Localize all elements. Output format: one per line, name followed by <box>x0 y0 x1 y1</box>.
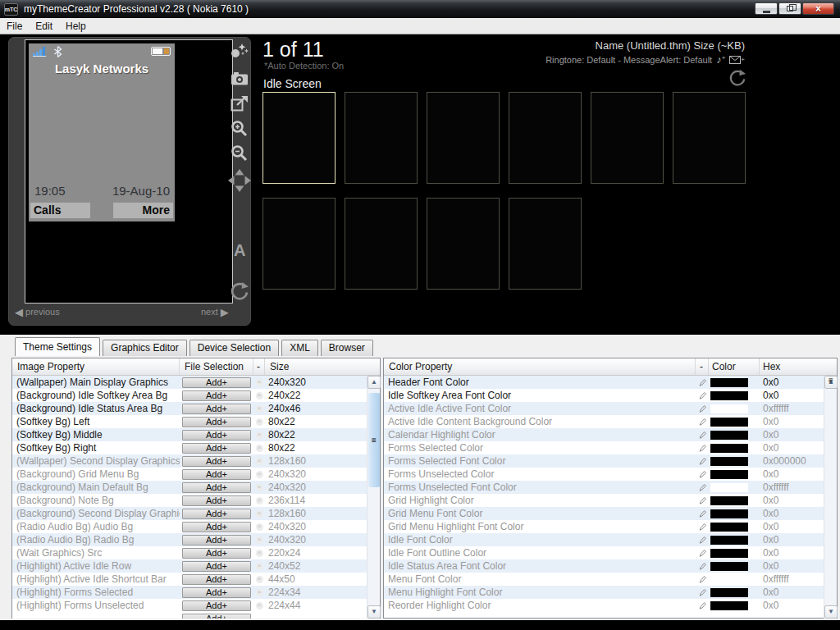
col-image-property[interactable]: Image Property <box>12 358 180 375</box>
pen-icon[interactable] <box>698 418 707 427</box>
pen-icon[interactable] <box>698 601 707 610</box>
pen-icon[interactable] <box>698 549 707 558</box>
add-file-button[interactable]: Add+ <box>182 456 251 467</box>
scrollbar-thumb[interactable]: ≡ <box>825 376 837 385</box>
add-file-button[interactable]: Add+ <box>182 522 251 532</box>
add-file-button[interactable]: Add+ <box>182 404 251 414</box>
add-file-button[interactable]: Add+ <box>182 574 251 585</box>
remove-icon[interactable]: × <box>256 418 263 426</box>
col-size[interactable]: Size <box>265 358 380 375</box>
remove-icon[interactable]: × <box>256 392 263 399</box>
remove-icon[interactable]: × <box>256 497 263 504</box>
remove-icon[interactable]: × <box>256 405 263 413</box>
ringtone-icon[interactable]: ♪+ <box>716 53 725 66</box>
pen-icon[interactable] <box>698 575 707 584</box>
zoom-out-icon[interactable] <box>231 144 248 162</box>
tab-device-selection[interactable]: Device Selection <box>189 340 279 356</box>
screen-thumbnail[interactable] <box>345 92 418 184</box>
add-file-button[interactable]: Add+ <box>182 561 251 572</box>
softkey-right[interactable]: More <box>113 203 173 218</box>
pen-icon[interactable] <box>698 404 707 413</box>
remove-icon[interactable]: × <box>256 523 263 531</box>
screen-thumbnail[interactable] <box>509 198 582 290</box>
pen-icon[interactable] <box>698 536 707 545</box>
screen-thumbnail[interactable] <box>262 198 336 290</box>
image-table-row[interactable]: (Radio Audio Bg) Audio BgAdd+×240x320 <box>12 520 367 533</box>
remove-icon[interactable]: × <box>256 550 263 557</box>
screen-thumbnail[interactable] <box>591 92 664 184</box>
color-swatch[interactable] <box>710 470 748 479</box>
color-table-row[interactable]: Forms Unselected Color0x0 <box>384 468 824 481</box>
image-table-row[interactable]: (Background) Note BgAdd+×236x114 <box>12 494 367 507</box>
image-table-row[interactable]: (Background) Main Default BgAdd+×240x320 <box>12 481 367 494</box>
scrollbar-thumb[interactable]: ≡ <box>368 393 380 487</box>
image-table-row[interactable]: (Background) Second Display GraphicsAdd+… <box>12 507 367 520</box>
refresh-icon[interactable] <box>230 281 249 301</box>
pen-icon[interactable] <box>698 483 707 492</box>
camera-icon[interactable] <box>231 71 249 85</box>
color-swatch[interactable] <box>710 418 748 427</box>
color-table-row[interactable]: Active Idle Active Font Color0xffffff <box>384 402 824 415</box>
menu-help[interactable]: Help <box>59 19 93 34</box>
color-swatch[interactable] <box>710 509 748 518</box>
move-icon[interactable] <box>228 169 251 192</box>
col-color[interactable]: Color <box>709 358 760 375</box>
remove-icon[interactable]: × <box>256 536 263 544</box>
add-file-button[interactable]: Add+ <box>182 548 251 559</box>
remove-icon[interactable]: × <box>256 458 263 465</box>
add-file-button[interactable]: Add+ <box>182 600 251 611</box>
col-color-property[interactable]: Color Property <box>384 358 696 375</box>
image-table-row[interactable]: (Softkey Bg) MiddleAdd+×80x22 <box>12 428 367 441</box>
menu-file[interactable]: File <box>0 19 29 34</box>
restore-button[interactable] <box>778 2 801 15</box>
col-dash[interactable]: - <box>253 358 265 375</box>
pen-icon[interactable] <box>698 588 707 597</box>
menu-edit[interactable]: Edit <box>29 19 59 34</box>
pen-icon[interactable] <box>698 457 707 466</box>
image-table-scrollbar[interactable]: ▲ ≡ ▼ <box>367 376 380 619</box>
image-table-row[interactable]: (Wallpaper) Second Display GraphicsAdd+×… <box>12 454 367 468</box>
color-swatch[interactable] <box>710 378 748 387</box>
color-swatch[interactable] <box>710 601 748 610</box>
add-file-button[interactable]: Add+ <box>182 535 251 546</box>
image-table-row[interactable]: (Highlight) Forms SelectedAdd+×224x34 <box>12 586 367 599</box>
color-table-scrollbar[interactable]: ▲ ≡ ▼ <box>824 376 837 619</box>
col-file-selection[interactable]: File Selection <box>180 358 253 375</box>
remove-icon[interactable]: × <box>256 602 263 609</box>
color-table-row[interactable]: Header Font Color0x0 <box>384 376 824 389</box>
color-table-row[interactable]: Active Idle Content Background Color0x0 <box>384 415 824 428</box>
add-file-button[interactable]: Add+ <box>182 417 251 427</box>
export-image-icon[interactable] <box>231 95 249 112</box>
remove-icon[interactable]: × <box>256 484 263 491</box>
remove-icon[interactable]: × <box>256 563 263 570</box>
color-table-row[interactable]: Grid Highlight Color0x0 <box>384 494 824 507</box>
color-table-row[interactable]: Menu Font Color0xffffff <box>384 573 824 586</box>
add-file-button[interactable]: Add+ <box>182 482 251 493</box>
image-table-row[interactable]: (Wallpaper) Main Display GraphicsAdd+×24… <box>12 376 367 389</box>
color-table-row[interactable]: Calendar Highlight Color0x0 <box>384 428 824 441</box>
softkey-left[interactable]: Calls <box>30 203 90 218</box>
add-file-button[interactable]: Add+ <box>182 469 251 480</box>
image-table-row[interactable]: Add+ <box>12 612 367 619</box>
image-table-row[interactable]: (Background) Idle Status Area BgAdd+×240… <box>12 402 367 415</box>
color-table-row[interactable]: Reorder Highlight Color0x0 <box>384 599 824 612</box>
color-table-row[interactable]: Idle Softkey Area Font Color0x0 <box>384 389 824 402</box>
add-file-button[interactable]: Add+ <box>182 495 251 506</box>
color-swatch[interactable] <box>710 431 748 440</box>
pen-icon[interactable] <box>698 509 707 518</box>
color-table-row[interactable]: Idle Status Area Font Color0x0 <box>384 559 824 573</box>
image-table-row[interactable]: (Wait Graphics) SrcAdd+×220x24 <box>12 546 367 559</box>
col-hex[interactable]: Hex <box>760 358 837 375</box>
image-table-row[interactable]: (Background) Grid Menu BgAdd+×240x320 <box>12 468 367 481</box>
screen-thumbnail[interactable] <box>427 198 500 290</box>
remove-icon[interactable]: × <box>256 576 263 583</box>
add-file-button[interactable]: Add+ <box>182 390 251 401</box>
remove-icon[interactable]: × <box>256 379 263 386</box>
color-table-row[interactable]: Forms Selected Font Color0x000000 <box>384 454 824 468</box>
image-table-row[interactable]: (Radio Audio Bg) Radio BgAdd+×240x320 <box>12 533 367 546</box>
phone-screen-preview[interactable]: Lasyk Networks 19:05 19-Aug-10 Calls Mor… <box>29 43 175 221</box>
add-file-button[interactable]: Add+ <box>182 430 251 441</box>
remove-icon[interactable]: × <box>256 445 263 452</box>
add-file-button[interactable]: Add+ <box>182 509 251 519</box>
scroll-down-button[interactable]: ▼ <box>368 605 381 619</box>
